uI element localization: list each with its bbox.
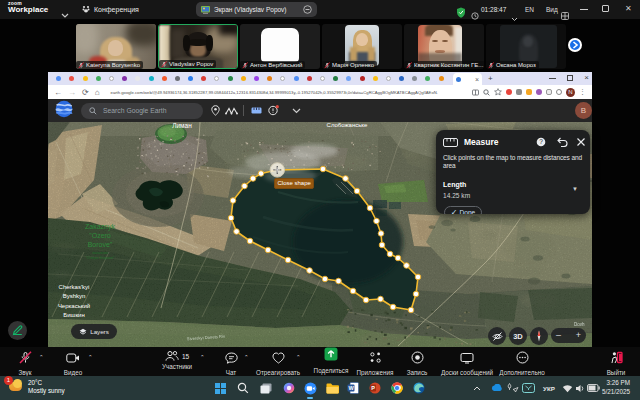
- svg-text:Cherkas'kyi: Cherkas'kyi: [59, 284, 90, 290]
- svg-text:W: W: [348, 385, 354, 391]
- svg-text:Dovh: Dovh: [574, 322, 585, 327]
- svg-text:Слобожанське: Слобожанське: [327, 122, 368, 128]
- svg-text:Бишкин: Бишкин: [63, 312, 84, 318]
- svg-text:Лиман: Лиман: [172, 122, 192, 129]
- svg-text:"Ozero: "Ozero: [89, 232, 111, 239]
- svg-text:Черкаський: Черкаський: [58, 303, 90, 309]
- svg-text:Zakaznyk: Zakaznyk: [85, 223, 115, 231]
- svg-text:P: P: [371, 385, 375, 391]
- svg-text:"Озеро Борове": "Озеро Борове": [85, 255, 115, 260]
- svg-text:Byshkyn: Byshkyn: [63, 293, 86, 299]
- svg-text:Borove": Borove": [88, 241, 113, 248]
- svg-text:?: ?: [539, 138, 543, 145]
